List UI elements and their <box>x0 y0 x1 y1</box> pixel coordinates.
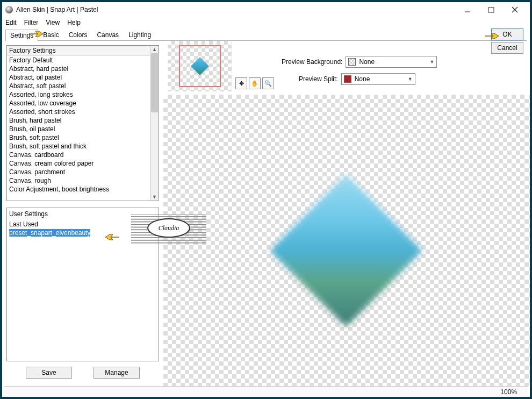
app-icon <box>5 6 13 13</box>
factory-settings-list[interactable]: Factory Settings Factory DefaultAbstract… <box>6 45 159 201</box>
titlebar: Alien Skin | Snap Art | Pastel <box>2 2 530 17</box>
manage-button[interactable]: Manage <box>94 367 140 379</box>
hand-tool-icon[interactable]: ✋ <box>249 77 261 89</box>
thumbnail-selected[interactable] <box>179 45 221 87</box>
right-panel: ✥ ✋ 🔍 Preview Background: None ▼ Preview… <box>163 41 530 386</box>
left-panel: Factory Settings Factory DefaultAbstract… <box>2 41 163 386</box>
save-button[interactable]: Save <box>26 367 72 379</box>
preview-bg-swatch <box>348 58 356 66</box>
factory-item[interactable]: Canvas, rough <box>7 176 159 185</box>
tool-row: ✥ ✋ 🔍 <box>235 77 274 89</box>
scroll-down-icon[interactable]: ▼ <box>150 193 159 201</box>
factory-item[interactable]: Brush, oil pastel <box>7 125 159 133</box>
preset-buttons-row: Save Manage <box>6 361 159 382</box>
preview-split-value: None <box>355 75 370 83</box>
statusbar: 100% <box>4 386 528 397</box>
factory-item[interactable]: Abstract, hard pastel <box>7 65 159 73</box>
factory-item[interactable]: Color Adjustment, boost brightness <box>7 185 159 194</box>
factory-scrollbar[interactable]: ▲ ▼ <box>150 46 159 201</box>
preview-split-label: Preview Split: <box>299 75 338 83</box>
factory-item[interactable]: Canvas, cream colored paper <box>7 159 159 168</box>
preview-canvas[interactable]: Claudia <box>163 95 530 386</box>
tab-basic[interactable]: Basic <box>38 29 63 40</box>
chevron-down-icon: ▼ <box>408 76 413 82</box>
preview-split-swatch <box>344 75 351 83</box>
tab-settings[interactable]: Settings <box>5 30 38 41</box>
scroll-up-icon[interactable]: ▲ <box>150 46 159 53</box>
factory-item[interactable]: Canvas, parchment <box>7 168 159 176</box>
user-item-selected[interactable]: preset_snapart_elvenbeauty <box>9 229 90 237</box>
user-item-last-used[interactable]: Last Used <box>7 220 159 229</box>
factory-item[interactable]: Brush, soft pastel and thick <box>7 142 159 151</box>
move-tool-icon[interactable]: ✥ <box>235 77 247 89</box>
preview-bg-dropdown[interactable]: None ▼ <box>346 56 437 68</box>
scroll-thumb[interactable] <box>151 53 158 112</box>
preview-split-dropdown[interactable]: None ▼ <box>341 73 415 85</box>
window-title: Alien Skin | Snap Art | Pastel <box>16 6 456 13</box>
tab-colors[interactable]: Colors <box>64 29 92 40</box>
factory-item[interactable]: Assorted, low coverage <box>7 99 159 108</box>
factory-item[interactable]: Brush, hard pastel <box>7 116 159 125</box>
factory-item[interactable]: Factory Default <box>7 56 159 65</box>
thumbnail-area[interactable] <box>168 41 232 91</box>
menu-view[interactable]: View <box>46 19 60 26</box>
preview-bg-row: Preview Background: None ▼ <box>282 56 437 68</box>
factory-item[interactable]: Assorted, long strokes <box>7 90 159 99</box>
preview-image <box>270 175 422 327</box>
zoom-level: 100% <box>500 388 528 396</box>
preview-split-row: Preview Split: None ▼ <box>299 73 415 85</box>
factory-item[interactable]: Abstract, oil pastel <box>7 73 159 82</box>
maximize-button[interactable] <box>479 3 503 17</box>
tab-lighting[interactable]: Lighting <box>124 29 156 40</box>
svg-rect-1 <box>488 8 494 12</box>
thumbnail-image <box>191 57 209 75</box>
factory-settings-header: Factory Settings <box>7 46 159 56</box>
zoom-tool-icon[interactable]: 🔍 <box>262 77 274 89</box>
chevron-down-icon: ▼ <box>429 59 434 65</box>
user-settings-header: User Settings <box>7 208 159 220</box>
menu-edit[interactable]: Edit <box>5 19 17 26</box>
menubar: Edit Filter View Help <box>2 17 530 28</box>
tab-canvas[interactable]: Canvas <box>92 29 124 40</box>
menu-filter[interactable]: Filter <box>24 19 39 26</box>
preview-bg-label: Preview Background: <box>282 58 342 66</box>
menu-help[interactable]: Help <box>67 19 81 26</box>
minimize-button[interactable] <box>456 3 479 17</box>
user-settings-panel: User Settings Last Used preset_snapart_e… <box>6 208 159 361</box>
factory-item[interactable]: Brush, soft pastel <box>7 133 159 142</box>
factory-item[interactable]: Abstract, soft pastel <box>7 82 159 90</box>
close-button[interactable] <box>503 3 527 17</box>
preview-bg-value: None <box>359 58 375 66</box>
factory-item[interactable]: Assorted, short strokes <box>7 108 159 116</box>
factory-item[interactable]: Canvas, cardboard <box>7 151 159 159</box>
ok-button[interactable]: OK <box>491 28 523 40</box>
tabbar: Settings Basic Colors Canvas Lighting OK… <box>5 29 527 41</box>
